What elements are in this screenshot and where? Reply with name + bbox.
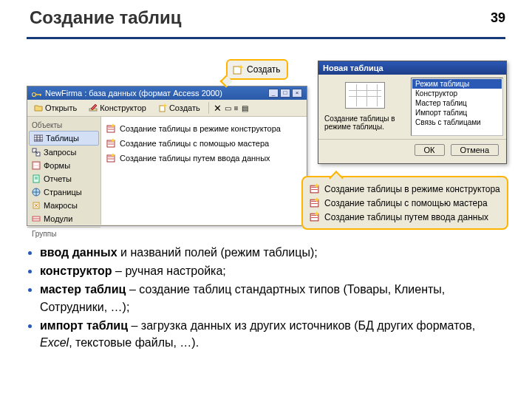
svg-rect-8 bbox=[34, 135, 43, 141]
bullet-item: импорт таблиц – загрузка данных из други… bbox=[40, 317, 505, 351]
view-list-icon[interactable]: ≡ bbox=[234, 104, 239, 112]
callout-row: Создание таблицы с помощью мастера bbox=[309, 196, 501, 210]
title-underline bbox=[27, 37, 505, 39]
cancel-button[interactable]: Отмена bbox=[451, 144, 499, 156]
sidebar-item-reports[interactable]: Отчеты bbox=[27, 172, 100, 185]
sidebar-item-label: Страницы bbox=[44, 188, 82, 197]
dialog-thumbnail bbox=[345, 82, 385, 109]
dialog-option[interactable]: Конструктор bbox=[412, 89, 502, 98]
db-toolbar: Открыть Конструктор Создать ✕ ▭ ≡ ▤ bbox=[27, 100, 307, 117]
key-icon bbox=[32, 90, 42, 96]
sidebar-item-label: Модули bbox=[44, 214, 72, 223]
callout-label: Создание таблицы с помощью мастера bbox=[324, 198, 488, 208]
view-details-icon[interactable]: ▤ bbox=[242, 104, 248, 112]
macro-icon bbox=[32, 201, 41, 210]
ruler-pencil-icon bbox=[89, 103, 98, 112]
new-table-dialog: Новая таблица Создание таблицы в режиме … bbox=[318, 61, 507, 164]
wizard-icon bbox=[309, 211, 320, 222]
sidebar-item-queries[interactable]: Запросы bbox=[27, 146, 100, 159]
bullet-text: – ручная настройка; bbox=[112, 265, 226, 277]
open-label: Открыть bbox=[45, 103, 77, 112]
module-icon bbox=[32, 214, 41, 223]
dialog-option[interactable]: Мастер таблиц bbox=[412, 98, 502, 108]
bullet-text: и названий полей (режим таблицы); bbox=[117, 246, 318, 259]
bullet-strong: мастер таблиц bbox=[40, 283, 126, 296]
list-item-label: Создание таблицы с помощью мастера bbox=[120, 139, 269, 148]
callout-label: Создание таблицы путем ввода данных bbox=[324, 212, 488, 222]
ok-button[interactable]: ОК bbox=[415, 144, 445, 156]
sidebar-item-label: Макросы bbox=[44, 201, 78, 210]
svg-rect-16 bbox=[33, 162, 40, 169]
page-title: Создание таблиц bbox=[30, 7, 182, 28]
db-sidebar: Объекты Таблицы Запросы Формы Отчеты Стр… bbox=[27, 117, 101, 225]
dialog-option[interactable]: Режим таблицы bbox=[412, 79, 502, 89]
create-button-label: Создать bbox=[247, 64, 281, 75]
sidebar-item-label: Таблицы bbox=[46, 134, 79, 143]
new-icon bbox=[158, 103, 167, 112]
db-list: Создание таблицы в режиме конструктора С… bbox=[101, 117, 307, 225]
bullet-text: , текстовые файлы, …). bbox=[69, 336, 199, 349]
toolbar-extras: ✕ ▭ ≡ ▤ bbox=[214, 103, 248, 114]
new-item-icon bbox=[232, 64, 244, 75]
page-number: 39 bbox=[491, 10, 505, 26]
create-button[interactable]: Создать bbox=[154, 102, 204, 114]
wizard-icon bbox=[106, 123, 116, 134]
sidebar-header: Объекты bbox=[27, 120, 100, 131]
bullet-text: – загрузка данных из других источников (… bbox=[128, 319, 475, 332]
sidebar-item-label: Отчеты bbox=[44, 174, 72, 183]
report-icon bbox=[32, 174, 41, 183]
sidebar-item-tables[interactable]: Таблицы bbox=[29, 131, 99, 146]
create-button-callout: Создать bbox=[226, 59, 288, 80]
bullet-strong: конструктор bbox=[40, 265, 112, 277]
list-callout: Создание таблицы в режиме конструктора С… bbox=[301, 176, 508, 230]
svg-rect-4 bbox=[40, 94, 41, 96]
table-icon bbox=[34, 134, 43, 143]
toolbar-separator bbox=[208, 102, 209, 114]
list-item[interactable]: Создание таблицы в режиме конструктора bbox=[104, 121, 304, 136]
svg-point-2 bbox=[33, 93, 36, 97]
db-window: NewFirma : база данных (формат Access 20… bbox=[27, 86, 307, 226]
minimize-button[interactable]: _ bbox=[268, 89, 279, 98]
delete-icon[interactable]: ✕ bbox=[214, 103, 222, 114]
dialog-title: Новая таблица bbox=[318, 61, 506, 75]
sidebar-item-modules[interactable]: Модули bbox=[27, 212, 100, 225]
bullet-strong: импорт таблиц bbox=[40, 319, 128, 332]
wizard-icon bbox=[106, 138, 116, 149]
bullet-item: конструктор – ручная настройка; bbox=[40, 262, 505, 279]
wizard-icon bbox=[106, 153, 116, 163]
query-icon bbox=[32, 148, 41, 157]
form-icon bbox=[32, 161, 41, 170]
callout-label: Создание таблицы в режиме конструктора bbox=[324, 184, 500, 194]
dialog-option[interactable]: Связь с таблицами bbox=[412, 117, 502, 127]
sidebar-item-pages[interactable]: Страницы bbox=[27, 185, 100, 199]
sidebar-item-label: Запросы bbox=[44, 148, 76, 157]
constructor-label: Конструктор bbox=[100, 103, 146, 112]
folder-open-icon bbox=[34, 103, 43, 112]
list-item[interactable]: Создание таблицы с помощью мастера bbox=[104, 136, 304, 151]
svg-rect-17 bbox=[34, 163, 38, 165]
constructor-button[interactable]: Конструктор bbox=[85, 102, 150, 114]
dialog-option[interactable]: Импорт таблиц bbox=[412, 108, 502, 117]
maximize-button[interactable]: □ bbox=[280, 89, 290, 98]
dialog-options-list[interactable]: Режим таблицы Конструктор Мастер таблиц … bbox=[411, 78, 503, 136]
create-label: Создать bbox=[169, 103, 200, 112]
db-window-title: NewFirma : база данных (формат Access 20… bbox=[45, 89, 222, 98]
sidebar-item-forms[interactable]: Формы bbox=[27, 159, 100, 172]
svg-rect-6 bbox=[160, 106, 165, 112]
close-button[interactable]: × bbox=[292, 89, 302, 98]
list-item-label: Создание таблицы путем ввода данных bbox=[120, 154, 270, 163]
bullet-item: мастер таблиц – создание таблиц стандарт… bbox=[40, 281, 505, 315]
bullet-item: ввод данных и названий полей (режим табл… bbox=[40, 244, 505, 261]
globe-icon bbox=[32, 188, 41, 197]
sidebar-item-label: Формы bbox=[44, 161, 70, 170]
wizard-icon bbox=[309, 183, 320, 194]
callout-row: Создание таблицы путем ввода данных bbox=[309, 210, 501, 224]
dialog-description: Создание таблицы в режиме таблицы. bbox=[323, 115, 406, 131]
bullet-strong: ввод данных bbox=[40, 246, 117, 259]
view-small-icon[interactable]: ▭ bbox=[225, 104, 231, 112]
list-item[interactable]: Создание таблицы путем ввода данных bbox=[104, 151, 304, 166]
sidebar-item-macros[interactable]: Макросы bbox=[27, 199, 100, 212]
open-button[interactable]: Открыть bbox=[30, 102, 81, 114]
sidebar-groups: Группы bbox=[27, 227, 100, 239]
wizard-icon bbox=[309, 197, 320, 208]
